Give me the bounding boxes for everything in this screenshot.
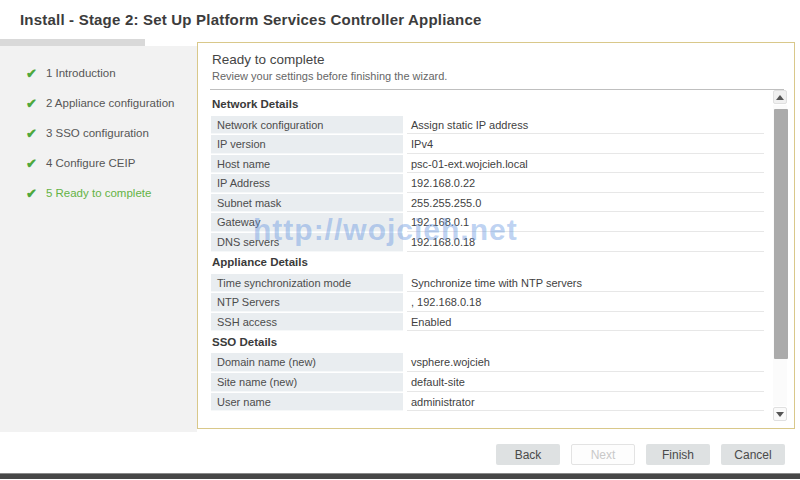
setting-value: psc-01-ext.wojcieh.local	[407, 155, 764, 174]
page-title: Ready to complete	[212, 52, 782, 67]
setting-label: Gateway	[211, 213, 403, 232]
setting-label: IP Address	[211, 174, 403, 193]
step-label: 1 Introduction	[46, 67, 116, 79]
section-rows: Domain name (new) vsphere.wojcieh Site n…	[211, 353, 764, 412]
setting-row: IP version IPv4	[211, 135, 764, 155]
setting-value: IPv4	[407, 135, 764, 154]
window-title: Install - Stage 2: Set Up Platform Servi…	[20, 11, 482, 28]
setting-row: Host name psc-01-ext.wojcieh.local	[211, 154, 764, 174]
next-button[interactable]: Next	[571, 444, 635, 465]
section-title: Appliance Details	[211, 252, 764, 273]
ready-to-complete-panel: Ready to complete Review your settings b…	[197, 42, 795, 429]
panel-header: Ready to complete Review your settings b…	[198, 43, 794, 89]
wizard-step-4[interactable]: ✔ 4 Configure CEIP	[0, 148, 197, 178]
setting-value: vsphere.wojcieh	[407, 353, 764, 372]
settings-sections: Network Details Network configuration As…	[198, 90, 794, 412]
setting-label: NTP Servers	[211, 293, 403, 312]
wizard-step-1[interactable]: ✔ 1 Introduction	[0, 58, 197, 88]
setting-value: Synchronize time with NTP servers	[407, 274, 764, 293]
finish-button[interactable]: Finish	[646, 444, 710, 465]
setting-label: Time synchronization mode	[211, 274, 403, 293]
scrollbar-thumb[interactable]	[774, 109, 788, 359]
sidebar-top-strip	[0, 39, 145, 46]
setting-row: Site name (new) default-site	[211, 373, 764, 393]
wizard-steps: ✔ 1 Introduction ✔ 2 Appliance configura…	[0, 46, 197, 208]
scroll-down-button[interactable]	[773, 407, 787, 421]
back-button[interactable]: Back	[496, 444, 560, 465]
settings-section: Appliance Details Time synchronization m…	[211, 252, 764, 332]
step-label: 3 SSO configuration	[46, 127, 149, 139]
setting-value: 255.255.255.0	[407, 194, 764, 213]
scroll-up-button[interactable]	[773, 90, 787, 104]
setting-row: Gateway 192.168.0.1	[211, 213, 764, 233]
setting-row: Network configuration Assign static IP a…	[211, 115, 764, 135]
setting-row: User name administrator	[211, 392, 764, 412]
setting-value: Enabled	[407, 313, 764, 332]
footer-buttons: BackNextFinishCancel	[496, 444, 785, 465]
scrollbar[interactable]	[772, 90, 788, 421]
wizard-step-2[interactable]: ✔ 2 Appliance configuration	[0, 88, 197, 118]
scrollbar-track[interactable]	[773, 105, 787, 406]
bottom-bar	[0, 473, 800, 479]
setting-label: SSH access	[211, 313, 403, 332]
setting-label: User name	[211, 393, 403, 412]
setting-label: Domain name (new)	[211, 353, 403, 372]
setting-row: Time synchronization mode Synchronize ti…	[211, 273, 764, 293]
setting-label: Site name (new)	[211, 373, 403, 392]
section-title: Network Details	[211, 94, 764, 115]
setting-label: Subnet mask	[211, 194, 403, 213]
step-check-icon: ✔	[26, 96, 37, 111]
scroll-up-icon	[776, 95, 784, 100]
page-subtitle: Review your settings before finishing th…	[212, 70, 782, 89]
step-label: 4 Configure CEIP	[46, 157, 136, 169]
setting-value: 192.168.0.1	[407, 213, 764, 232]
setting-value: Assign static IP address	[407, 116, 764, 135]
setting-label: Network configuration	[211, 116, 403, 135]
step-check-icon: ✔	[26, 186, 37, 201]
wizard-sidebar: ✔ 1 Introduction ✔ 2 Appliance configura…	[0, 46, 197, 432]
setting-row: SSH access Enabled	[211, 312, 764, 332]
step-check-icon: ✔	[26, 126, 37, 141]
settings-section: SSO Details Domain name (new) vsphere.wo…	[211, 332, 764, 412]
setting-label: Host name	[211, 155, 403, 174]
setting-row: IP Address 192.168.0.22	[211, 174, 764, 194]
step-label: 5 Ready to complete	[46, 187, 151, 199]
setting-value: , 192.168.0.18	[407, 293, 764, 312]
setting-label: IP version	[211, 135, 403, 154]
setting-row: DNS servers 192.168.0.18	[211, 233, 764, 253]
setting-row: NTP Servers , 192.168.0.18	[211, 293, 764, 313]
wizard-step-5[interactable]: ✔ 5 Ready to complete	[0, 178, 197, 208]
step-check-icon: ✔	[26, 66, 37, 81]
setting-value: default-site	[407, 373, 764, 392]
settings-section: Network Details Network configuration As…	[211, 94, 764, 252]
setting-row: Domain name (new) vsphere.wojcieh	[211, 353, 764, 373]
setting-value: administrator	[407, 393, 764, 412]
section-title: SSO Details	[211, 332, 764, 353]
setting-value: 192.168.0.18	[407, 233, 764, 252]
setting-value: 192.168.0.22	[407, 174, 764, 193]
setting-label: DNS servers	[211, 233, 403, 252]
scroll-down-icon	[776, 412, 784, 417]
wizard-step-3[interactable]: ✔ 3 SSO configuration	[0, 118, 197, 148]
section-rows: Network configuration Assign static IP a…	[211, 115, 764, 252]
step-check-icon: ✔	[26, 156, 37, 171]
section-rows: Time synchronization mode Synchronize ti…	[211, 273, 764, 332]
setting-row: Subnet mask 255.255.255.0	[211, 193, 764, 213]
cancel-button[interactable]: Cancel	[721, 444, 785, 465]
installer-window: Install - Stage 2: Set Up Platform Servi…	[0, 0, 800, 480]
step-label: 2 Appliance configuration	[46, 97, 175, 109]
